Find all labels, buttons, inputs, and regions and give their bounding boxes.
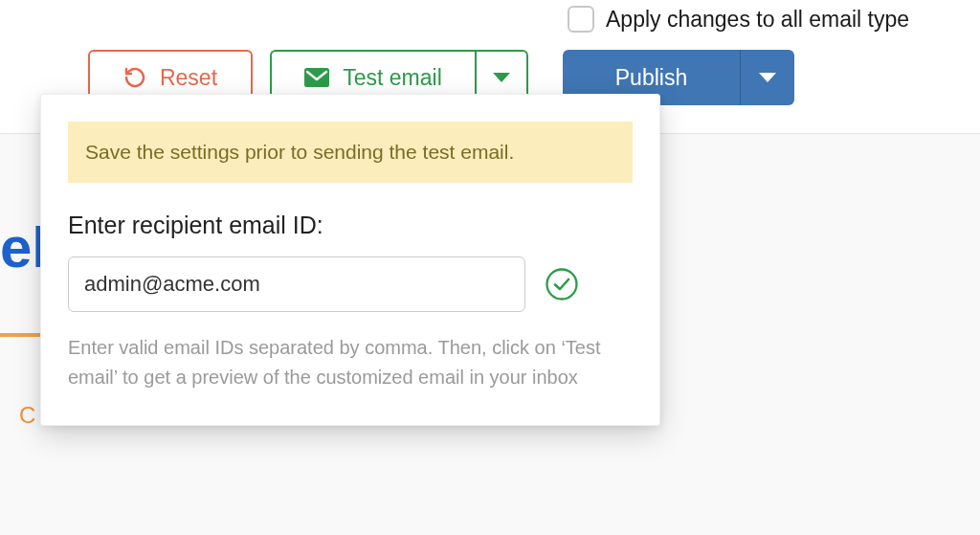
save-warning-alert: Save the settings prior to sending the t…: [68, 122, 633, 183]
test-email-popover: Save the settings prior to sending the t…: [40, 94, 660, 426]
caret-down-icon: [759, 73, 776, 82]
test-email-label: Test email: [343, 65, 442, 91]
background-divider: [0, 333, 40, 337]
svg-rect-0: [304, 68, 329, 87]
reset-icon: [123, 66, 146, 89]
reset-label: Reset: [160, 65, 217, 91]
publish-dropdown[interactable]: [741, 50, 794, 105]
mail-icon: [304, 68, 329, 87]
svg-point-1: [547, 270, 577, 300]
background-fragment: C: [19, 402, 35, 429]
recipient-hint-text: Enter valid email IDs separated by comma…: [68, 333, 633, 392]
apply-all-label: Apply changes to all email type: [606, 7, 909, 33]
apply-all-row: Apply changes to all email type: [568, 6, 909, 33]
recipient-email-input[interactable]: [68, 256, 525, 312]
background-fragment: el: [0, 214, 40, 274]
recipient-field-label: Enter recipient email ID:: [68, 212, 633, 239]
valid-check-icon: [545, 267, 579, 301]
apply-all-checkbox[interactable]: [568, 6, 594, 33]
publish-label: Publish: [615, 65, 687, 91]
recipient-input-row: [68, 256, 633, 312]
caret-down-icon: [493, 73, 510, 82]
